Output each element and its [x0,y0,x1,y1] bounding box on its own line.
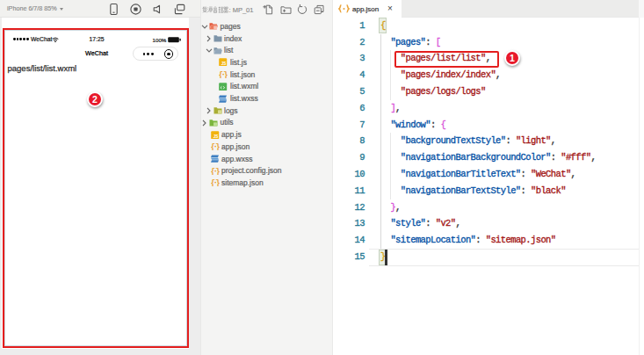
svg-text:JS: JS [213,134,218,139]
svg-text:JS: JS [221,62,227,67]
